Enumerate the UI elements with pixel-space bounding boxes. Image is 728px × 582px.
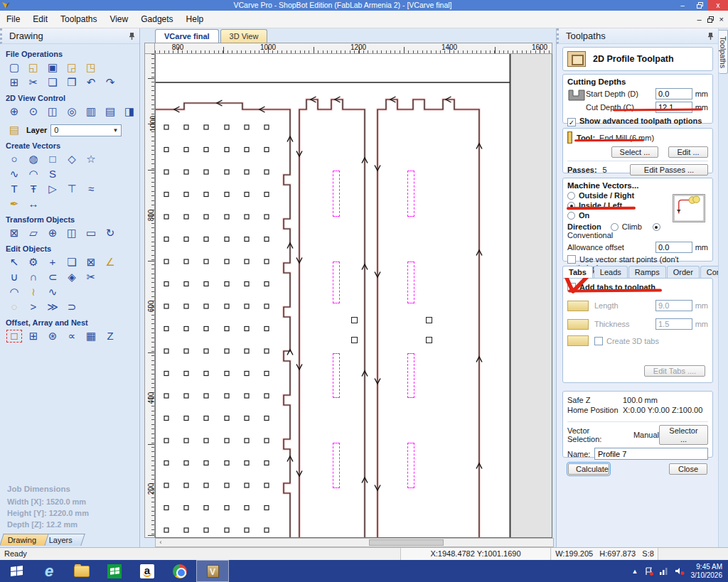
save-file-icon[interactable]: ▣ [44, 60, 61, 75]
draw-curve-icon[interactable]: S [44, 167, 61, 181]
zoom-interactive-icon[interactable]: ⊙ [25, 104, 42, 119]
import-vectors-icon[interactable]: ◲ [63, 60, 80, 75]
copy-along-vectors-icon[interactable]: ∝ [63, 329, 80, 343]
toolpath-name-input[interactable] [594, 448, 708, 460]
start-points-checkbox[interactable] [567, 255, 576, 264]
scroll-left-arrow[interactable]: ‹ [156, 539, 166, 546]
drawing-viewport[interactable] [155, 54, 552, 538]
create-3d-tabs-checkbox[interactable] [594, 337, 603, 345]
pin-icon[interactable] [707, 32, 714, 41]
selector-button[interactable]: Selector ... [659, 425, 708, 445]
text-on-curve-icon[interactable]: ≈ [82, 182, 100, 196]
paste-icon[interactable]: ❒ [63, 75, 80, 90]
circular-copy-icon[interactable]: ⊛ [44, 329, 61, 343]
mdi-restore-button[interactable] [707, 16, 714, 23]
menu-toolpaths[interactable]: Toolpaths [54, 11, 103, 27]
menu-file[interactable]: File [0, 11, 26, 27]
align-objects-icon[interactable]: ⊕ [44, 226, 61, 240]
selected-slot-vector[interactable] [407, 262, 414, 303]
selected-slot-vector[interactable] [333, 443, 340, 488]
scrollbar-thumb[interactable] [369, 539, 444, 546]
close-vector-icon[interactable]: ◌ [6, 300, 23, 314]
draw-text-icon[interactable]: T [6, 182, 23, 196]
square-hole-vector[interactable] [426, 317, 432, 323]
advanced-options-checkbox[interactable]: ✓ [567, 118, 576, 126]
doc-tab-3d-view[interactable]: 3D View [220, 29, 268, 43]
draw-polygon-icon[interactable]: ◇ [63, 152, 80, 166]
menu-edit[interactable]: Edit [26, 11, 54, 27]
vcarve-taskbar-button[interactable]: V [196, 560, 229, 582]
start-button[interactable] [0, 560, 33, 582]
trim-vectors-icon[interactable]: ⊂ [44, 270, 61, 284]
draw-polyline-icon[interactable]: ∿ [6, 167, 23, 181]
restore-window-button[interactable] [691, 0, 708, 11]
copy-icon[interactable]: ❏ [44, 75, 61, 90]
zoom-selected-icon[interactable]: ◎ [63, 104, 80, 119]
scissor-trim-icon[interactable]: ✂ [82, 270, 100, 284]
tab-tabs[interactable]: Tabs [562, 266, 593, 278]
windows-store-button[interactable] [98, 560, 131, 582]
start-depth-input[interactable] [655, 88, 692, 99]
doc-tab-vcarve-final[interactable]: VCarve final [155, 29, 219, 43]
tab-length-input[interactable] [655, 300, 692, 311]
zoom-extents-icon[interactable]: ▥ [82, 104, 100, 119]
mdi-close-button[interactable]: × [719, 15, 724, 23]
group-vectors-icon[interactable]: ❏ [63, 255, 80, 269]
mirror-objects-icon[interactable]: ◫ [63, 226, 80, 240]
square-hole-vector[interactable] [351, 317, 358, 323]
taskbar-clock[interactable]: 9:45 AM 3/10/2026 [691, 563, 723, 580]
toolpaths-side-tab[interactable]: Toolpaths [719, 30, 728, 74]
pan-icon[interactable]: ⊕ [6, 104, 23, 119]
on-radio[interactable] [567, 212, 575, 220]
distort-objects-icon[interactable]: ▭ [82, 226, 100, 240]
node-edit-tool-icon[interactable]: ⚙ [25, 255, 42, 269]
chrome-button[interactable] [164, 560, 196, 582]
tab-leads[interactable]: Leads [594, 266, 628, 278]
nesting-icon[interactable]: ▦ [82, 329, 100, 343]
undo-icon[interactable]: ↶ [82, 75, 100, 90]
menu-help[interactable]: Help [180, 11, 210, 27]
amazon-button[interactable]: a [131, 560, 164, 582]
mdi-minimize-button[interactable]: – [697, 15, 701, 23]
tool-edit-button[interactable]: Edit ... [668, 146, 708, 158]
join-open-vectors-icon[interactable]: > [25, 300, 42, 314]
draw-text-box-icon[interactable]: Ŧ [25, 182, 42, 196]
close-form-button[interactable]: Close [669, 463, 707, 475]
subtract-vectors-icon[interactable]: ∩ [25, 270, 42, 284]
layer-dropdown[interactable]: 0 ▼ [50, 124, 122, 136]
join-with-curve-icon[interactable]: ⊃ [63, 300, 80, 314]
selected-slot-vector[interactable] [407, 443, 414, 488]
gadgets-icon[interactable]: Z [102, 329, 119, 343]
volume-muted-icon[interactable] [675, 567, 685, 575]
selected-slot-vector[interactable] [333, 171, 340, 217]
redo-icon[interactable]: ↷ [102, 75, 119, 90]
menu-gadgets[interactable]: Gadgets [134, 11, 179, 27]
new-file-icon[interactable]: ▢ [6, 60, 23, 75]
edit-passes-button[interactable]: Edit Passes ... [630, 164, 708, 176]
climb-radio[interactable] [611, 223, 619, 231]
dimension-icon[interactable]: ↔ [25, 197, 42, 211]
horizontal-scrollbar[interactable]: ‹ [155, 538, 554, 547]
zoom-box-icon[interactable]: ◫ [44, 104, 61, 119]
tab-order[interactable]: Order [667, 266, 700, 278]
tab-ramps[interactable]: Ramps [628, 266, 666, 278]
open-file-icon[interactable]: ◱ [25, 60, 42, 75]
text-select-icon[interactable]: ▷ [44, 182, 61, 196]
text-block-icon[interactable]: ⊤ [63, 182, 80, 196]
draw-arc-icon[interactable]: ◠ [25, 167, 42, 181]
set-size-icon[interactable]: ▱ [25, 226, 42, 240]
rotate-objects-icon[interactable]: ↻ [102, 226, 119, 240]
array-copy-icon[interactable]: ⊞ [25, 329, 42, 343]
square-hole-vector[interactable] [426, 337, 432, 343]
trace-bitmap-icon[interactable]: ✒ [6, 197, 23, 211]
draw-rectangle-icon[interactable]: □ [44, 152, 61, 166]
cut-depth-input[interactable] [655, 102, 692, 113]
cut-icon[interactable]: ✂ [25, 75, 42, 90]
allowance-offset-input[interactable] [655, 242, 692, 253]
minimize-window-button[interactable]: – [674, 0, 691, 11]
tray-expand-icon[interactable]: ▲ [632, 568, 638, 575]
action-center-flag-icon[interactable] [645, 567, 653, 576]
transform-tool-icon[interactable]: + [44, 255, 61, 269]
draw-circle-icon[interactable]: ○ [6, 152, 23, 166]
tab-thickness-input[interactable] [655, 318, 692, 330]
